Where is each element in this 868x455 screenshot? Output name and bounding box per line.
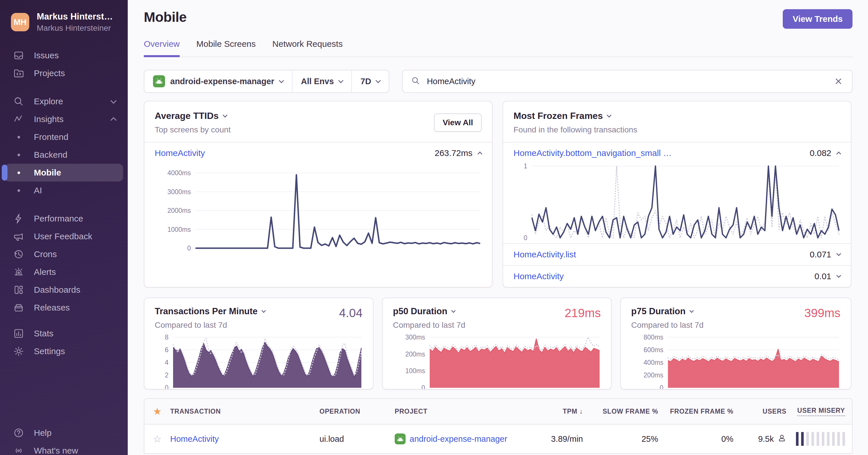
environment-selector-value: All Envs [301, 77, 334, 86]
sidebar-item-projects[interactable]: Projects [5, 64, 123, 82]
sidebar-item-alerts[interactable]: Alerts [5, 263, 123, 281]
card-title[interactable]: Average TTIDs [155, 111, 231, 121]
dashboard-icon [12, 284, 25, 295]
sidebar-item-backend[interactable]: Backend [5, 146, 123, 164]
column-frozen-frame[interactable]: FROZEN FRAME % [665, 407, 740, 415]
search-bar[interactable] [402, 70, 852, 93]
sidebar-item-label: Settings [34, 346, 65, 356]
sidebar-item-whats-new[interactable]: What's new [5, 442, 123, 455]
misery-bar [796, 432, 799, 446]
clock-icon [12, 249, 25, 260]
view-all-button[interactable]: View All [434, 113, 482, 132]
transaction-link[interactable]: HomeActivity.list [514, 250, 576, 259]
svg-text:0: 0 [524, 234, 527, 241]
chevron-down-icon [607, 113, 612, 117]
view-trends-button[interactable]: View Trends [783, 9, 852, 29]
svg-text:0: 0 [165, 384, 168, 390]
sidebar-item-label: Releases [34, 303, 70, 313]
misery-bar [842, 432, 845, 446]
chevron-up-icon[interactable] [477, 152, 483, 157]
tab-mobile-screens[interactable]: Mobile Screens [196, 39, 256, 57]
chevron-down-icon[interactable] [836, 273, 841, 278]
chevron-up-icon[interactable] [836, 152, 841, 157]
sidebar-item-issues[interactable]: Issues [5, 47, 123, 64]
column-user-misery[interactable]: USER MISERY [794, 407, 852, 416]
svg-text:0: 0 [660, 384, 663, 390]
sidebar-item-insights[interactable]: Insights [5, 110, 123, 128]
sidebar-item-help[interactable]: Help [5, 424, 123, 442]
transaction-link[interactable]: HomeActivity [155, 148, 205, 158]
sidebar-item-ai[interactable]: AI [5, 181, 123, 199]
sidebar-item-frontend[interactable]: Frontend [5, 128, 123, 146]
frozen-frames-chart: 10 [503, 160, 851, 243]
search-icon [411, 76, 421, 87]
chevron-down-icon [338, 78, 343, 83]
p50-chart: 300ms200ms100ms0 [393, 334, 601, 390]
tab-network-requests[interactable]: Network Requests [272, 39, 343, 57]
date-range-selector[interactable]: 7D [351, 70, 389, 92]
chevron-down-icon [261, 309, 266, 313]
user-menu[interactable]: MH Markus Hinterst… Markus Hintersteiner [0, 11, 128, 33]
sidebar-item-performance[interactable]: Performance [5, 210, 123, 227]
card-title[interactable]: Transactions Per Minute [155, 306, 265, 317]
sidebar-item-stats[interactable]: Stats [5, 324, 123, 342]
p75-value: 399ms [804, 306, 840, 320]
p75-duration-card: p75 Duration Compared to last 7d 399ms 8… [620, 297, 851, 390]
column-slow-frame[interactable]: SLOW FRAME % [590, 407, 665, 415]
sidebar-item-releases[interactable]: Releases [5, 299, 123, 317]
graph-icon [12, 113, 25, 125]
transaction-link[interactable]: HomeActivity [514, 272, 564, 281]
chevron-down-icon [279, 78, 284, 83]
table-row[interactable]: ☆ HomeActivity ui.load android-expense-m… [144, 425, 852, 453]
misery-bar [827, 432, 830, 446]
table-header: ★ TRANSACTION OPERATION PROJECT TPM ↓ SL… [144, 399, 852, 425]
column-tpm[interactable]: TPM ↓ [530, 407, 590, 415]
bar-chart-icon [12, 328, 25, 339]
sidebar-item-mobile[interactable]: Mobile [5, 164, 123, 181]
user-org: Markus Hintersteiner [37, 24, 113, 33]
page-filter-bar: android-expense-manager All Envs 7D [144, 70, 389, 93]
clear-search-icon[interactable] [833, 76, 844, 87]
misery-bar [817, 432, 819, 446]
tab-overview[interactable]: Overview [144, 39, 180, 57]
sidebar-item-label: Dashboards [34, 285, 81, 295]
ttid-value: 263.72ms [435, 148, 472, 158]
main-content: Mobile View Trends Overview Mobile Scree… [128, 0, 868, 455]
svg-text:1: 1 [524, 162, 527, 170]
chevron-down-icon[interactable] [836, 251, 841, 256]
sidebar-item-crons[interactable]: Crons [5, 245, 123, 263]
sidebar-item-settings[interactable]: Settings [5, 342, 123, 360]
card-subtitle: Found in the following transactions [514, 125, 637, 135]
star-outline-icon[interactable]: ☆ [153, 433, 162, 445]
search-input[interactable] [427, 77, 827, 86]
active-indicator [2, 165, 7, 181]
column-transaction: TRANSACTION [170, 407, 319, 415]
card-title[interactable]: p75 Duration [631, 306, 704, 317]
misery-bar [822, 432, 825, 446]
column-users[interactable]: USERS [740, 407, 794, 415]
svg-text:6: 6 [165, 346, 168, 353]
svg-text:1000ms: 1000ms [167, 226, 191, 233]
user-misery-bars [794, 432, 852, 446]
svg-text:4: 4 [165, 359, 168, 366]
card-title[interactable]: Most Frozen Frames [514, 111, 637, 121]
sidebar-item-label: Help [34, 428, 52, 438]
environment-selector[interactable]: All Envs [292, 70, 351, 92]
user-name: Markus Hinterst… [37, 11, 113, 22]
sidebar-item-dashboards[interactable]: Dashboards [5, 281, 123, 299]
sidebar-item-label: Projects [34, 68, 65, 78]
sidebar-item-user-feedback[interactable]: User Feedback [5, 227, 123, 245]
date-range-value: 7D [361, 77, 371, 86]
project-link[interactable]: android-expense-manager [410, 434, 507, 444]
project-selector[interactable]: android-expense-manager [144, 70, 292, 92]
card-title[interactable]: p50 Duration [393, 306, 465, 317]
sidebar-item-explore[interactable]: Explore [5, 92, 123, 110]
sidebar-item-label: AI [34, 186, 42, 195]
transaction-link[interactable]: HomeActivity [170, 434, 219, 444]
chevron-down-icon [111, 98, 117, 104]
svg-text:200ms: 200ms [405, 350, 425, 358]
transaction-link[interactable]: HomeActivity.bottom_navigation_small … [514, 148, 672, 158]
users-count: 9.5k [758, 434, 774, 444]
chevron-down-icon [375, 78, 381, 83]
star-filled-icon[interactable]: ★ [153, 406, 162, 417]
